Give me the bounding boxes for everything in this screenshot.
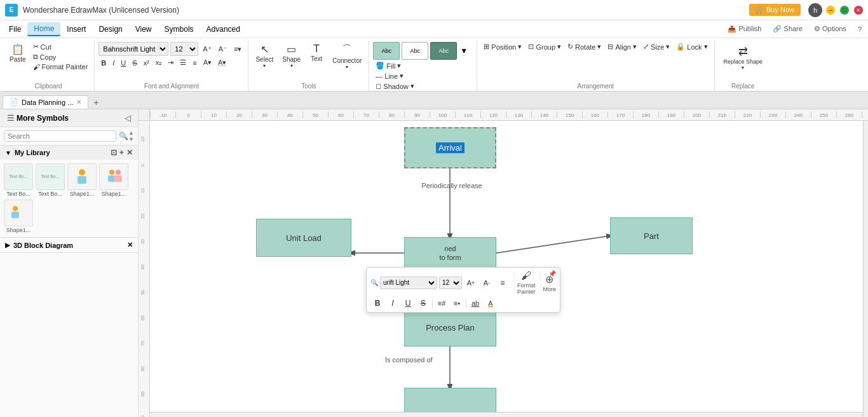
paste-button[interactable]: 📋 Paste	[6, 42, 29, 64]
bullet-button[interactable]: ≡	[190, 58, 199, 67]
menu-home[interactable]: Home	[27, 22, 60, 36]
rotate-button[interactable]: ↻ Rotate ▾	[565, 42, 604, 51]
tab-add-button[interactable]: +	[90, 96, 102, 109]
font-color-button[interactable]: A▾	[201, 58, 214, 67]
maximize-button[interactable]: □	[840, 6, 849, 15]
block-close-icon[interactable]: ✕	[127, 241, 133, 249]
align-button[interactable]: ≡▾	[231, 44, 244, 54]
unit-load-shape[interactable]: Unit Load	[256, 219, 351, 257]
replace-shape-button[interactable]: ⇄ Replace Shape ▾	[719, 42, 768, 73]
list-button[interactable]: ☰	[177, 58, 189, 67]
italic-button[interactable]: I	[110, 58, 117, 67]
list-item[interactable]: Text Bo... Text Bo...	[4, 163, 33, 197]
text-indent-button[interactable]: ⇥	[165, 58, 176, 67]
svg-text:40: 40	[140, 264, 145, 270]
tab-data-planning[interactable]: 📄 Data Planning ... ✕	[3, 95, 88, 109]
close-button[interactable]: ✕	[854, 6, 863, 15]
search-icon[interactable]: 🔍	[119, 132, 128, 140]
font-size-select[interactable]: 12	[170, 42, 198, 56]
line-button[interactable]: — Line ▾	[373, 71, 417, 81]
menu-file[interactable]: File	[3, 23, 27, 36]
text-button[interactable]: T Text	[306, 42, 327, 64]
lock-button[interactable]: 🔒 Lock ▾	[674, 42, 710, 51]
buy-button[interactable]: 🛒 Buy Now	[749, 4, 801, 16]
ft-font-select[interactable]: urift Light	[380, 277, 437, 289]
size-button[interactable]: ⤢ Size ▾	[641, 42, 672, 51]
group-button[interactable]: ⊡ Group ▾	[526, 42, 564, 51]
menu-design[interactable]: Design	[92, 23, 128, 36]
ft-size-select[interactable]: 12	[439, 277, 462, 289]
tab-close-icon[interactable]: ✕	[76, 99, 81, 106]
menu-advanced[interactable]: Advanced	[200, 23, 247, 36]
ft-color-button[interactable]: A	[484, 297, 498, 310]
ft-ab-button[interactable]: ab	[468, 297, 482, 310]
menu-symbols[interactable]: Symbols	[158, 23, 200, 36]
bold-button[interactable]: B	[98, 58, 109, 67]
superscript-button[interactable]: x²	[141, 58, 152, 67]
menu-insert[interactable]: Insert	[60, 23, 92, 36]
arrival-shape[interactable]: Arrival	[404, 127, 496, 168]
library-close-btn[interactable]: ✕	[126, 148, 133, 157]
cut-button[interactable]: ✂Cut	[31, 42, 91, 51]
sidebar-collapse-icon[interactable]: ◁	[123, 113, 133, 123]
position-button[interactable]: ⊞ Position ▾	[481, 42, 524, 51]
block-expand-icon: ▶	[5, 242, 10, 249]
fill-button[interactable]: 🪣 Fill ▾	[373, 61, 417, 71]
list-item[interactable]: Shape1...	[67, 163, 97, 197]
ft-format-painter: 🖌 FormatPainter	[514, 270, 536, 295]
scroll-up-button[interactable]: ▲	[128, 130, 134, 136]
connector-button[interactable]: ⌒ Connector ▾	[329, 42, 365, 71]
pin-button[interactable]: 📌	[548, 270, 556, 277]
styles-expand-button[interactable]: ▼	[460, 46, 468, 55]
select-button[interactable]: ↖ Select ▾	[252, 42, 276, 70]
ft-strike-button[interactable]: S	[416, 297, 430, 310]
library-expand-btn[interactable]: ⊡	[111, 148, 117, 157]
increase-font-button[interactable]: A⁺	[200, 44, 214, 54]
format-painter-button[interactable]: 🖌Format Painter	[31, 62, 91, 71]
part-shape[interactable]: Part	[610, 217, 693, 254]
library-title: My Library	[15, 149, 50, 156]
subscript-button[interactable]: x₂	[153, 58, 165, 67]
ft-list-bullet-button[interactable]: ≡•	[450, 297, 464, 310]
3d-block-header[interactable]: ▶ 3D Block Diagram ✕	[0, 238, 138, 252]
ft-grow-button[interactable]: A+	[464, 277, 478, 289]
underline-button[interactable]: U	[118, 58, 128, 67]
align-arr-button[interactable]: ⊟ Align ▾	[605, 42, 639, 51]
canvas[interactable]: Periodically release Identifies Is compo…	[150, 121, 868, 417]
sidebar-menu-icon[interactable]: ☰	[5, 113, 17, 123]
my-library-header[interactable]: ▼ My Library ⊡ + ✕	[0, 146, 138, 160]
style-preset-1[interactable]: Abc	[373, 42, 400, 60]
font-family-select[interactable]: Bahnschrift Light	[98, 42, 168, 56]
highlight-button[interactable]: A▾	[215, 58, 229, 67]
copy-button[interactable]: ⧉Copy	[31, 52, 91, 62]
scroll-down-button[interactable]: ▼	[128, 136, 134, 142]
search-input[interactable]	[4, 130, 116, 142]
library-add-btn[interactable]: +	[119, 148, 124, 157]
decrease-font-button[interactable]: A⁻	[216, 44, 229, 54]
ft-underline-button[interactable]: U	[401, 297, 415, 310]
style-preset-2[interactable]: Abc	[402, 42, 428, 60]
options-button[interactable]: ⚙ Options	[810, 24, 850, 34]
menu-bar: File Home Insert Design View Symbols Adv…	[0, 20, 868, 38]
help-button[interactable]: ?	[854, 24, 865, 34]
shape-button[interactable]: ▭ Shape ▾	[279, 42, 304, 70]
ft-italic-button[interactable]: I	[386, 297, 400, 310]
lib-label-4: Shape1...	[99, 191, 128, 197]
ft-list-num-button[interactable]: ≡#	[435, 297, 449, 310]
menu-view[interactable]: View	[129, 23, 158, 36]
shadow-button[interactable]: ◻ Shadow ▾	[373, 81, 417, 91]
strikethrough-button[interactable]: S	[130, 58, 139, 67]
style-preset-3[interactable]: Abc	[430, 42, 457, 60]
scroll-buttons: ▲ ▼	[128, 130, 134, 142]
minimize-button[interactable]: ─	[826, 6, 835, 15]
box2-shape[interactable]: nedto form	[404, 237, 496, 269]
ft-bold-button[interactable]: B	[370, 297, 384, 310]
ft-shrink-button[interactable]: A-	[480, 277, 494, 289]
ft-align-button[interactable]: ≡	[496, 277, 510, 289]
list-item[interactable]: Shape1...	[4, 200, 33, 233]
publish-button[interactable]: 📤 Publish	[724, 24, 765, 34]
share-button[interactable]: 🔗 Share	[769, 24, 806, 34]
list-item[interactable]: Shape1...	[99, 163, 128, 197]
list-item[interactable]: Text Bo... Text Bo...	[36, 163, 65, 197]
process-plan-shape[interactable]: Process Plan	[404, 308, 496, 346]
